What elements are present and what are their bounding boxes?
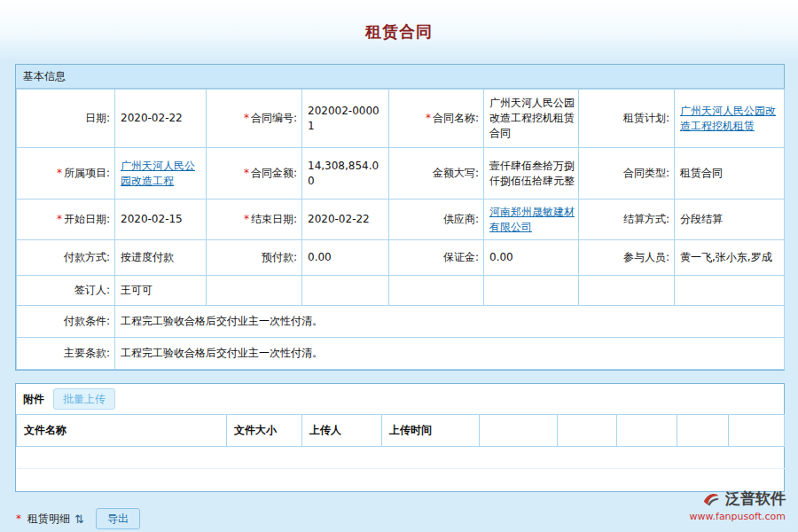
empty-file-row [17, 447, 785, 469]
field-start-date-value: 2020-02-15 [115, 200, 207, 240]
field-contract-no-label: *合同编号: [207, 90, 302, 148]
required-mark: * [426, 112, 431, 124]
column-file-name: 文件名称 [17, 415, 227, 447]
field-payment-method-value: 按进度付款 [115, 240, 207, 276]
label-text: 租赁计划: [623, 112, 669, 124]
field-lease-plan-value: 广州天河人民公园改造工程挖机租赁 [675, 90, 785, 148]
field-project-value: 广州天河人民公园改造工程 [115, 148, 207, 200]
basic-info-row: 日期: 2020-02-22 *合同编号: 202002-00001 *合同名称… [17, 90, 785, 148]
label-text: 预付款: [262, 251, 297, 263]
column-empty [480, 415, 558, 447]
label-text: 参与人员: [623, 251, 669, 263]
attachments-label: 附件 [23, 392, 44, 407]
export-button[interactable]: 导出 [96, 508, 140, 529]
fanpu-logo: 泛普软件 www.fanpusoft.com [690, 489, 786, 522]
fanpu-logo-text: 泛普软件 [725, 489, 786, 509]
field-deposit-label: 保证金: [389, 240, 484, 276]
basic-info-row: *所属项目: 广州天河人民公园改造工程 *合同金额: 14,308,854.00… [17, 148, 785, 200]
field-end-date-label: *结束日期: [207, 200, 302, 240]
attachments-empty-row [17, 447, 785, 469]
field-contract-type-label: 合同类型: [579, 148, 675, 200]
column-uploader: 上传人 [302, 415, 382, 447]
field-settlement-label: 结算方式: [579, 200, 675, 240]
required-mark: * [244, 112, 249, 124]
field-advance-payment-value: 0.00 [302, 240, 389, 276]
basic-info-row: 主要条款: 工程完工验收合格后交付业主一次性付清。 [17, 338, 785, 370]
page-title: 租赁合同 [0, 21, 798, 43]
attachments-table: 文件名称 文件大小 上传人 上传时间 [16, 414, 785, 469]
required-mark: * [16, 512, 21, 525]
column-empty [729, 415, 785, 447]
basic-info-panel: 基本信息 日期: 2020-02-22 *合同编号: 202002-00001 … [15, 64, 785, 371]
label-text: 金额大写: [433, 167, 479, 179]
label-text: 日期: [85, 112, 110, 124]
required-mark: * [244, 213, 249, 225]
basic-info-row: 付款条件: 工程完工验收合格后交付业主一次性付清。 [17, 306, 785, 338]
label-text: 签订人: [74, 284, 110, 296]
field-contract-amount-label: *合同金额: [207, 148, 302, 200]
field-date-label: 日期: [17, 90, 115, 148]
field-main-clauses-value: 工程完工验收合格后交付业主一次性付清。 [115, 338, 785, 370]
label-text: 所属项目: [64, 167, 110, 179]
label-text: 合同类型: [623, 167, 669, 179]
label-text: 付款条件: [64, 315, 110, 327]
basic-info-header: 基本信息 [16, 65, 784, 89]
label-text: 合同名称: [433, 112, 479, 124]
label-text: 开始日期: [64, 213, 110, 225]
supplier-link[interactable]: 河南郑州晟敏建材有限公司 [489, 206, 575, 233]
field-start-date-label: *开始日期: [17, 200, 115, 240]
required-mark: * [57, 213, 62, 225]
field-date-value: 2020-02-22 [115, 90, 207, 148]
label-text: 供应商: [443, 213, 479, 225]
fanpu-logo-url: www.fanpusoft.com [690, 511, 786, 522]
column-upload-time: 上传时间 [382, 415, 480, 447]
field-main-clauses-label: 主要条款: [17, 338, 115, 370]
label-text: 主要条款: [64, 347, 110, 359]
field-supplier-label: 供应商: [389, 200, 484, 240]
field-contract-name-value: 广州天河人民公园改造工程挖机租赁合同 [484, 90, 579, 148]
required-mark: * [244, 167, 249, 179]
empty-cell [484, 276, 579, 306]
field-contract-no-value: 202002-00001 [302, 90, 389, 148]
label-text: 结束日期: [251, 213, 297, 225]
empty-cell [207, 276, 302, 306]
attachments-header-row: 文件名称 文件大小 上传人 上传时间 [17, 415, 785, 447]
lease-detail-bar: * 租赁明细 ⇅ 导出 [16, 508, 140, 529]
sort-icon[interactable]: ⇅ [74, 513, 84, 525]
fanpu-logo-icon [701, 489, 721, 509]
label-text: 结算方式: [623, 213, 669, 225]
field-payment-terms-label: 付款条件: [17, 306, 115, 338]
attachments-toolbar: 附件 批量上传 [16, 384, 784, 414]
field-amount-words-value: 壹仟肆佰叁拾万捌仟捌佰伍拾肆元整 [484, 148, 579, 200]
field-participants-value: 黄一飞,张小东,罗成 [675, 240, 785, 276]
batch-upload-button[interactable]: 批量上传 [53, 388, 115, 410]
field-lease-plan-label: 租赁计划: [579, 90, 675, 148]
empty-cell [302, 276, 389, 306]
field-deposit-value: 0.00 [484, 240, 579, 276]
label-text: 合同金额: [251, 167, 297, 179]
field-signer-value: 王可可 [115, 276, 207, 306]
lease-plan-link[interactable]: 广州天河人民公园改造工程挖机租赁 [680, 105, 776, 132]
field-advance-payment-label: 预付款: [207, 240, 302, 276]
field-amount-words-label: 金额大写: [389, 148, 484, 200]
label-text: 保证金: [443, 251, 479, 263]
empty-cell [389, 276, 484, 306]
field-signer-label: 签订人: [17, 276, 115, 306]
basic-info-row: 付款方式: 按进度付款 预付款: 0.00 保证金: 0.00 参与人员: 黄一… [17, 240, 785, 276]
project-link[interactable]: 广州天河人民公园改造工程 [121, 160, 195, 187]
field-contract-type-value: 租赁合同 [675, 148, 785, 200]
field-end-date-value: 2020-02-22 [302, 200, 389, 240]
attachments-panel: 附件 批量上传 文件名称 文件大小 上传人 上传时间 [15, 383, 785, 492]
label-text: 合同编号: [251, 112, 297, 124]
label-text: 付款方式: [64, 251, 110, 263]
field-settlement-value: 分段结算 [675, 200, 785, 240]
basic-info-table: 日期: 2020-02-22 *合同编号: 202002-00001 *合同名称… [16, 89, 785, 370]
field-payment-method-label: 付款方式: [17, 240, 115, 276]
required-mark: * [57, 167, 62, 179]
empty-cell [579, 276, 675, 306]
field-project-label: *所属项目: [17, 148, 115, 200]
basic-info-row: *开始日期: 2020-02-15 *结束日期: 2020-02-22 供应商:… [17, 200, 785, 240]
column-empty [558, 415, 617, 447]
lease-detail-label: 租赁明细 [27, 512, 70, 527]
field-payment-terms-value: 工程完工验收合格后交付业主一次性付清。 [115, 306, 785, 338]
